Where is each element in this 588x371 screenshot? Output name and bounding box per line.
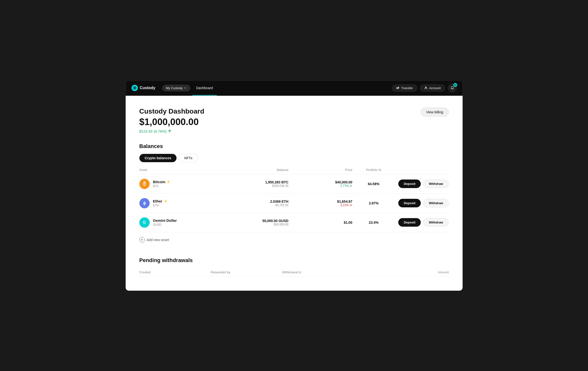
asset-name-gusd: Gemini Dollar [153,218,177,223]
amount-change: $123.45 (6.78%) [139,129,204,133]
nav-logo-text: Custody [140,86,155,90]
account-icon [424,86,428,90]
change-pct: (6.78%) [154,129,167,133]
asset-cell-gusd: G Gemini Dollar GUSD [139,217,225,228]
tab-crypto-balances[interactable]: Crypto balances [139,154,177,162]
table-row: Ether ⚡ ETH 2.0369 ETH $3,702.92 $1,654.… [139,194,449,213]
nav-logo[interactable]: Custody [132,85,155,91]
arrow-up-icon [168,129,172,133]
table-row: ₿ Bitcoin ⚡ BTC 1,950.283 BTC $158,538.2… [139,174,449,194]
price-cell-gusd: $1.00 [288,221,353,224]
my-custody-label: My Custody [166,86,183,90]
col-balance: Balance [224,168,288,172]
withdraw-button-eth[interactable]: Withdraw [423,199,449,207]
tab-dashboard[interactable]: Dashboard [192,80,217,95]
tab-nfts[interactable]: NFTs [178,154,198,162]
withdraw-button-btc[interactable]: Withdraw [423,180,449,188]
balance-sub-gusd: $50,000.00 [224,223,288,226]
balance-sub-btc: $158,538.28 [224,184,288,188]
balance-tabs: Crypto balances NFTs [139,154,449,162]
col-withdrawal-to: Withdrawal to [282,270,377,274]
portfolio-cell-gusd: 23.4% [352,221,395,224]
account-label: Account [429,86,441,90]
asset-info-eth: Ether ⚡ ETH [153,199,167,207]
deposit-button-gusd[interactable]: Deposit [398,218,421,227]
eth-icon [139,198,150,208]
balances-table: Asset Balance Price Portfolio % ₿ Bitcoi… [139,168,449,232]
price-change-eth: 3.21% [288,203,353,207]
main-content: Custody Dashboard $1,000,000.00 $123.45 … [126,96,463,291]
withdraw-button-gusd[interactable]: Withdraw [423,218,449,227]
col-price: Price [288,168,353,172]
pending-title: Pending withdrawals [139,257,449,264]
plus-icon: + [139,237,145,243]
topnav: Custody My Custody Dashboard Transfer [126,81,463,96]
deposit-button-eth[interactable]: Deposit [398,199,421,207]
nav-right: Transfer Account 10 [392,84,457,92]
price-main-eth: $1,654.87 [288,200,353,203]
actions-cell-gusd: Deposit Withdraw [395,218,449,227]
col-requested-by: Requested by [211,270,282,274]
notification-badge: 10 [453,83,457,87]
notification-button[interactable]: 10 [448,84,457,92]
chevron-down-icon [184,87,187,89]
transfer-button[interactable]: Transfer [392,85,417,92]
transfer-label: Transfer [401,86,413,90]
asset-ticker-eth: ETH [153,204,167,207]
price-cell-eth: $1,654.87 3.21% [288,200,353,207]
balance-cell-btc: 1,950.283 BTC $158,538.28 [224,180,288,188]
asset-cell-btc: ₿ Bitcoin ⚡ BTC [139,179,225,189]
lightning-icon-eth: ⚡ [164,199,167,203]
balance-main-eth: 2.0369 ETH [224,200,288,203]
asset-ticker-gusd: GUSD [153,223,177,226]
asset-ticker-btc: BTC [153,184,171,188]
balance-cell-gusd: 50,000.00 GUSD $50,000.00 [224,219,288,226]
asset-info-btc: Bitcoin ⚡ BTC [153,180,171,188]
lightning-icon-btc: ⚡ [166,180,170,184]
col-created: Created [139,270,211,274]
price-main-gusd: $1.00 [288,221,353,224]
gusd-icon: G [139,217,150,228]
asset-name-btc: Bitcoin ⚡ [153,180,171,184]
balance-sub-eth: $3,702.92 [224,203,288,207]
col-amount: Amount [377,270,449,274]
header-left: Custody Dashboard $1,000,000.00 $123.45 … [139,107,204,133]
actions-cell-btc: Deposit Withdraw [395,180,449,188]
portfolio-cell-btc: 64.58% [352,182,395,186]
account-button[interactable]: Account [420,85,445,92]
price-down-icon-eth [349,204,352,207]
page-header: Custody Dashboard $1,000,000.00 $123.45 … [139,107,449,133]
total-amount: $1,000,000.00 [139,117,204,127]
price-up-icon-btc [349,184,352,187]
actions-cell-eth: Deposit Withdraw [395,199,449,207]
table-row: G Gemini Dollar GUSD 50,000.00 GUSD $50,… [139,213,449,232]
portfolio-cell-eth: 3.87% [352,201,395,205]
deposit-button-btc[interactable]: Deposit [398,180,421,188]
asset-cell-eth: Ether ⚡ ETH [139,198,225,208]
transfer-icon [396,86,399,90]
price-cell-btc: $40,000.00 2.77% [288,180,353,188]
pending-withdrawals-section: Pending withdrawals Created Requested by… [139,257,449,277]
my-custody-pill[interactable]: My Custody [162,85,190,91]
bell-icon [450,86,454,90]
pending-table-header: Created Requested by Withdrawal to Amoun… [139,268,449,277]
table-header: Asset Balance Price Portfolio % [139,168,449,174]
balances-title: Balances [139,143,449,149]
price-main-btc: $40,000.00 [288,180,353,184]
balance-cell-eth: 2.0369 ETH $3,702.92 [224,200,288,207]
page-title: Custody Dashboard [139,107,204,115]
col-portfolio: Portfolio % [352,168,395,172]
custody-logo-icon [132,85,138,91]
col-asset: Asset [139,168,225,172]
asset-name-eth: Ether ⚡ [153,199,167,203]
price-change-btc: 2.77% [288,184,353,188]
add-asset-label: Add new asset [147,238,169,242]
add-asset-row[interactable]: + Add new asset [139,232,449,247]
view-billing-button[interactable]: View billing [421,107,449,117]
asset-info-gusd: Gemini Dollar GUSD [153,218,177,226]
balance-main-gusd: 50,000.00 GUSD [224,219,288,223]
balance-main-btc: 1,950.283 BTC [224,180,288,184]
change-amount: $123.45 [139,129,153,133]
btc-icon: ₿ [139,179,150,189]
